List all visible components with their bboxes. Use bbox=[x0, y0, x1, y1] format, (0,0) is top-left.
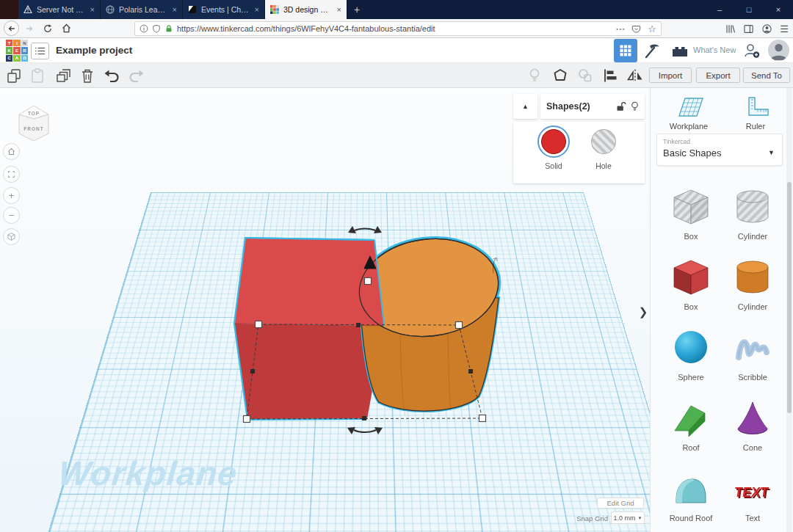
zoom-in-button[interactable]: + bbox=[3, 187, 20, 204]
rotate-handle-bottom[interactable] bbox=[347, 427, 383, 434]
shape-item-scribble[interactable]: Scribble bbox=[722, 327, 783, 382]
tab-close-icon[interactable]: × bbox=[255, 5, 259, 14]
minecraft-export-button[interactable] bbox=[642, 41, 662, 60]
view-cube-front-label: FRONT bbox=[23, 126, 43, 131]
group-button[interactable] bbox=[551, 67, 570, 84]
navbar-right-icons: ☰ bbox=[725, 21, 789, 37]
tinkercad-favicon bbox=[270, 5, 279, 14]
solid-swatch[interactable] bbox=[537, 125, 570, 158]
list-icon bbox=[35, 46, 46, 56]
ungroup-button[interactable] bbox=[576, 67, 595, 84]
cone-icon bbox=[732, 398, 773, 439]
new-tab-button[interactable]: + bbox=[347, 0, 366, 19]
import-button[interactable]: Import bbox=[649, 68, 692, 83]
forward-button[interactable] bbox=[21, 21, 37, 37]
dashboard-grid-button[interactable] bbox=[614, 39, 637, 62]
brick-export-button[interactable] bbox=[670, 41, 690, 60]
tab-title: 3D design Fantabulous Stantia bbox=[283, 5, 333, 14]
account-icon[interactable] bbox=[761, 23, 772, 34]
shield-icon[interactable] bbox=[152, 24, 161, 33]
shape-item-roof[interactable]: Roof bbox=[660, 398, 722, 452]
ruler-tool-icon bbox=[742, 94, 772, 120]
shapes-panel-collapse-button[interactable]: ▲ bbox=[513, 94, 537, 119]
sidebar-collapse-handle[interactable]: ❯ bbox=[637, 299, 649, 324]
shape-item-red-box[interactable]: Box bbox=[660, 257, 722, 311]
tab-close-icon[interactable]: × bbox=[173, 5, 177, 14]
invite-button[interactable] bbox=[742, 41, 762, 60]
paste-button[interactable] bbox=[28, 67, 47, 84]
shape-item-cone[interactable]: Cone bbox=[722, 398, 783, 452]
hole-label: Hole bbox=[582, 161, 626, 170]
shapes-panel-header: Shapes(2) bbox=[540, 94, 645, 119]
align-button[interactable] bbox=[601, 67, 620, 84]
maximize-button[interactable]: □ bbox=[734, 0, 764, 19]
unlock-icon[interactable] bbox=[615, 101, 626, 112]
workplane-tool[interactable] bbox=[673, 94, 705, 123]
home-view-button[interactable] bbox=[3, 143, 20, 160]
page-actions-icon[interactable]: ⋯ bbox=[615, 23, 625, 34]
shape-item-text[interactable]: TEXT TEXT Text bbox=[722, 468, 783, 522]
hole-swatch[interactable] bbox=[587, 125, 620, 158]
tab-chicago-library[interactable]: Events | Chicago Public Library × bbox=[183, 0, 265, 19]
perspective-icon bbox=[7, 232, 16, 241]
project-properties-button[interactable] bbox=[31, 43, 49, 59]
lightbulb-icon[interactable] bbox=[631, 101, 639, 112]
mirror-button[interactable] bbox=[626, 67, 645, 84]
shape-item-round-roof[interactable]: Round Roof bbox=[660, 468, 722, 522]
ruler-tool[interactable] bbox=[742, 94, 772, 123]
forward-icon bbox=[24, 23, 35, 34]
shape-item-hole-box[interactable]: Box bbox=[660, 186, 722, 241]
home-button[interactable] bbox=[58, 21, 74, 37]
bookmark-star-icon[interactable]: ☆ bbox=[648, 23, 656, 34]
caret-down-icon: ▼ bbox=[768, 149, 775, 156]
menu-icon[interactable]: ☰ bbox=[780, 23, 789, 34]
library-icon[interactable] bbox=[725, 23, 736, 34]
url-text[interactable]: https://www.tinkercad.com/things/6WlFehy… bbox=[177, 24, 612, 33]
sidebars-icon[interactable] bbox=[743, 23, 754, 34]
copy-button[interactable] bbox=[4, 67, 23, 84]
shape-item-orange-cylinder[interactable]: Cylinder bbox=[722, 257, 783, 311]
view-cube[interactable]: TOP FRONT bbox=[15, 101, 53, 144]
duplicate-icon bbox=[55, 68, 73, 84]
orange-cylinder-icon bbox=[732, 257, 773, 298]
tab-close-icon[interactable]: × bbox=[337, 5, 341, 14]
project-title[interactable]: Example project bbox=[56, 45, 132, 56]
tab-polaris-leap[interactable]: Polaris Leap - Login × bbox=[101, 0, 183, 19]
browser-window: Server Not Found × Polaris Leap - Login … bbox=[0, 0, 793, 532]
tinkercad-logo[interactable]: TIN KER CAD bbox=[6, 40, 28, 62]
perspective-toggle-button[interactable] bbox=[3, 228, 20, 245]
red-box-top-face[interactable] bbox=[234, 238, 384, 326]
duplicate-button[interactable] bbox=[54, 67, 73, 84]
tab-server-not-found[interactable]: Server Not Found × bbox=[18, 0, 101, 19]
undo-button[interactable] bbox=[103, 67, 122, 84]
paste-icon bbox=[29, 68, 46, 84]
snap-grid-dropdown[interactable]: 1.0 mm ▼ bbox=[611, 511, 645, 524]
show-all-button[interactable] bbox=[525, 67, 544, 84]
shape-item-sphere[interactable]: Sphere bbox=[660, 327, 722, 382]
edit-grid-button[interactable]: Edit Grid bbox=[597, 498, 644, 509]
scrollbar-thumb[interactable] bbox=[787, 182, 792, 413]
close-button[interactable]: × bbox=[764, 0, 793, 19]
reload-button[interactable] bbox=[40, 21, 56, 37]
whats-new-link[interactable]: What's New bbox=[693, 45, 736, 54]
back-button[interactable] bbox=[4, 21, 19, 36]
fit-view-button[interactable] bbox=[3, 166, 20, 183]
shape-category-dropdown[interactable]: Tinkercad Basic Shapes ▼ bbox=[656, 134, 783, 166]
delete-button[interactable] bbox=[78, 67, 97, 84]
rotate-handle-top[interactable] bbox=[348, 226, 382, 233]
avatar[interactable] bbox=[768, 40, 789, 61]
send-to-button[interactable]: Send To bbox=[743, 68, 790, 83]
tab-close-icon[interactable]: × bbox=[90, 5, 95, 14]
zoom-out-button[interactable]: − bbox=[3, 207, 20, 224]
category-selected: Basic Shapes bbox=[663, 147, 722, 158]
minimize-button[interactable]: – bbox=[705, 0, 734, 19]
pocket-icon[interactable] bbox=[631, 24, 641, 34]
redo-button[interactable] bbox=[126, 67, 145, 84]
shape-item-hole-cylinder[interactable]: Cylinder bbox=[722, 186, 783, 241]
sidebar-scrollbar[interactable] bbox=[786, 88, 792, 532]
red-box-icon bbox=[670, 257, 711, 298]
url-bar[interactable]: https://www.tinkercad.com/things/6WlFehy… bbox=[134, 21, 662, 36]
export-button[interactable]: Export bbox=[696, 68, 740, 83]
tab-tinkercad-active[interactable]: 3D design Fantabulous Stantia × bbox=[265, 0, 347, 19]
info-icon[interactable] bbox=[140, 24, 148, 33]
